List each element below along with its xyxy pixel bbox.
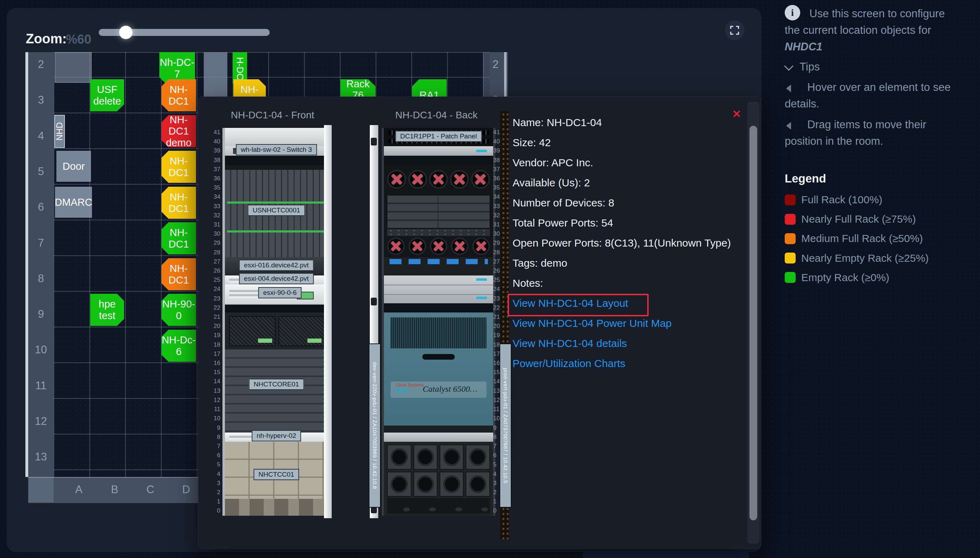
blade-led-strip xyxy=(227,202,326,204)
rack-unit-number: 40 xyxy=(206,137,220,146)
device-server-rear[interactable] xyxy=(384,146,493,156)
device-catalyst-rear[interactable]: Cisco Systems Catalyst 6500… xyxy=(384,312,493,433)
rack-tag-nh-dc-6[interactable]: NH-Dc-6 xyxy=(161,330,196,362)
rack-tag-label: NH-DC1 xyxy=(161,191,196,214)
close-icon[interactable]: ✕ xyxy=(732,109,741,120)
zoom-slider-knob[interactable] xyxy=(119,26,133,39)
device-server-rear[interactable] xyxy=(384,433,493,442)
legend-item: Medium Full Rack (≥50%) xyxy=(785,231,923,246)
vent-mesh xyxy=(391,317,487,348)
rack-unit-number: 8 xyxy=(206,433,220,442)
rack-link[interactable]: View NH-DC1-04 Layout xyxy=(513,293,672,313)
legend-swatch xyxy=(785,233,796,244)
rack-unit-number: 19 xyxy=(206,331,220,340)
legend-label: Empty Rack (≥0%) xyxy=(801,272,890,284)
room-object-door[interactable]: Door xyxy=(56,151,91,182)
rack-tag-usf-delete[interactable]: USFdelete xyxy=(90,79,124,111)
rack-link[interactable]: View NH-DC1-04 Power Unit Map xyxy=(513,313,672,333)
rack-unit-number: 15 xyxy=(206,368,220,377)
grid-row-label: 4 xyxy=(28,130,54,142)
room-object-dmarc[interactable]: DMARC xyxy=(55,187,92,218)
fullscreen-button[interactable] xyxy=(725,20,745,40)
rack-unit-number: 9 xyxy=(206,423,220,433)
chevron-down-icon[interactable] xyxy=(784,61,794,71)
modal-scrollbar-thumb[interactable] xyxy=(750,126,757,520)
rack-tag-label-line2: demo xyxy=(166,137,192,148)
tip-bullet-icon xyxy=(786,85,791,92)
rack-unit-number: 4 xyxy=(206,469,220,479)
rack-tag-label: NH-DC1 xyxy=(161,227,196,250)
chassis-handle xyxy=(422,354,455,359)
rack-unit-number: 16 xyxy=(206,359,220,368)
rack-detail-line: Tags: demo xyxy=(513,253,731,273)
rack-tag-hpe-test[interactable]: hpe test xyxy=(90,294,124,326)
zoom-slider[interactable] xyxy=(99,29,270,36)
modal-scrollbar[interactable] xyxy=(747,102,759,543)
room-object-label: Door xyxy=(63,161,85,172)
front-rack-elevation: wh-lab-sw-02 - Switch 3 USNHCTC0001 esxi… xyxy=(222,128,331,516)
device-server-rear[interactable] xyxy=(384,276,493,303)
device-server-rear-dark[interactable] xyxy=(384,257,493,276)
tips-title[interactable]: Tips xyxy=(799,61,820,73)
rack-unit-number: 37 xyxy=(206,165,220,174)
rack-unit-number: 31 xyxy=(206,220,220,229)
device-label: USNHCTC0001 xyxy=(247,205,305,216)
rack-unit-number: 11 xyxy=(206,405,220,414)
rack-unit-number: 22 xyxy=(206,303,220,312)
device-label: esxi-90-0-6 xyxy=(258,287,301,299)
device-chassis-rear[interactable] xyxy=(384,165,493,257)
rack-tag-label: NH-DC1 xyxy=(161,84,196,107)
fan-grid xyxy=(387,445,490,497)
tip-line: Drag items to move their xyxy=(807,118,926,131)
legend-item: Empty Rack (≥0%) xyxy=(785,270,890,286)
front-rack-title: NH-DC1-04 - Front xyxy=(209,110,336,121)
rack-detail-line: Notes: xyxy=(513,273,731,293)
grid-column-label: A xyxy=(61,483,97,496)
psu-module xyxy=(229,316,276,346)
rack-tag-nh-dc1-d5[interactable]: NH-DC1 xyxy=(161,151,196,183)
zoom-label: Zoom: xyxy=(26,31,67,46)
rack-detail-line: Number of Devices: 8 xyxy=(513,193,731,213)
rack-tag-nh-dc1-d3[interactable]: NH-DC1 xyxy=(161,79,196,111)
seam xyxy=(384,294,493,295)
room-layout-screen: Zoom: %60 2345678910111213 23 ABCD Nh-DC… xyxy=(0,0,980,558)
rack-tag-nh-dc1-d8[interactable]: NH-DC1 xyxy=(161,258,196,290)
rack-unit-number: 36 xyxy=(206,174,220,183)
rack-unit-number: 33 xyxy=(206,202,220,211)
rack-tag-label-line2: delete xyxy=(93,95,121,107)
fullscreen-icon xyxy=(730,26,739,35)
rack-tag-label: USF xyxy=(97,84,117,95)
rack-tag-nh-dc1-d7[interactable]: NH-DC1 xyxy=(161,222,196,254)
device-label: wh-lab-sw-02 - Switch 3 xyxy=(236,144,317,155)
rack-unit-number: 20 xyxy=(206,322,220,331)
rack-unit-number: 28 xyxy=(206,248,220,257)
rack-detail-line: Available (Us): 2 xyxy=(513,172,731,193)
device-core-switch[interactable] xyxy=(225,350,328,433)
rack-unit-number: 34 xyxy=(206,192,220,202)
fan-row xyxy=(387,166,490,194)
rack-link[interactable]: Power/Utilization Charts xyxy=(513,353,672,373)
blade-led-strip xyxy=(227,230,326,233)
rack-tag-nh-dc1-demo[interactable]: NH-DC1demo xyxy=(161,115,196,147)
psu-fan-strip xyxy=(387,498,490,514)
rack-link[interactable]: View NH-DC1-04 details xyxy=(513,333,672,353)
legend-label: Medium Full Rack (≥50%) xyxy=(801,233,923,245)
rack-tag-nh-90-0[interactable]: NH-90-0 xyxy=(161,294,196,326)
rack-details-list: Name: NH-DC1-04Size: 42Vendor: APC Inc.A… xyxy=(513,112,731,293)
rack-tag-nh-dc1-d6[interactable]: NH-DC1 xyxy=(161,187,196,219)
seam xyxy=(384,285,493,286)
tip-line: details. xyxy=(785,98,819,110)
psu-handles xyxy=(390,259,488,264)
grid-row-label: 13 xyxy=(28,451,54,463)
room-object-zone[interactable] xyxy=(55,52,92,83)
rack-unit-number: 30 xyxy=(206,229,220,238)
grid-row-label: 5 xyxy=(28,165,54,178)
rack-unit-number: 32 xyxy=(206,211,220,220)
rack-unit-number: 38 xyxy=(206,156,220,165)
rack-unit-number: 12 xyxy=(206,396,220,405)
device-psu-shelf[interactable] xyxy=(225,312,328,350)
psu-slot-column xyxy=(438,195,490,228)
room-object-nhd[interactable]: NHD xyxy=(54,115,65,148)
pdu-outlet xyxy=(371,138,377,146)
device-fan-chassis-rear[interactable] xyxy=(384,442,493,516)
